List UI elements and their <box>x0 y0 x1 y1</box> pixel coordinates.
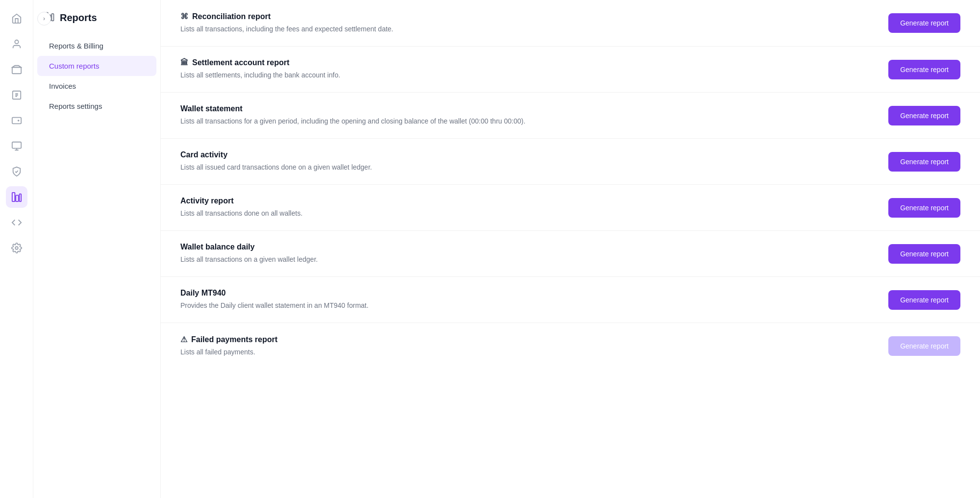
nav-badge-icon[interactable] <box>6 84 27 106</box>
svg-rect-4 <box>12 142 21 149</box>
report-desc-card-activity: Lists all issued card transactions done … <box>180 162 869 173</box>
report-title-wallet-balance: Wallet balance daily <box>180 243 869 251</box>
report-info-wallet-statement: Wallet statement Lists all transactions … <box>180 104 869 126</box>
report-info-card-activity: Card activity Lists all issued card tran… <box>180 150 869 173</box>
table-row: Wallet balance daily Lists all transacti… <box>161 231 980 277</box>
report-desc-failed-payments: Lists all failed payments. <box>180 347 869 357</box>
report-desc-wallet-statement: Lists all transactions for a given perio… <box>180 116 869 126</box>
generate-wallet-balance-button[interactable]: Generate report <box>888 244 960 264</box>
sidebar-item-custom-reports[interactable]: Custom reports <box>37 56 156 76</box>
svg-rect-11 <box>51 14 53 21</box>
report-title-card-activity: Card activity <box>180 150 869 159</box>
report-info-activity: Activity report Lists all transactions d… <box>180 197 869 219</box>
nav-code-icon[interactable] <box>6 212 27 233</box>
sidebar-item-reports-billing[interactable]: Reports & Billing <box>37 36 156 56</box>
generate-card-activity-button[interactable]: Generate report <box>888 152 960 172</box>
generate-settlement-button[interactable]: Generate report <box>888 60 960 79</box>
table-row: Card activity Lists all issued card tran… <box>161 139 980 185</box>
generate-mt940-button[interactable]: Generate report <box>888 290 960 310</box>
report-desc-reconciliation: Lists all transactions, including the fe… <box>180 24 869 34</box>
report-desc-wallet-balance: Lists all transactions on a given wallet… <box>180 254 869 265</box>
report-info-settlement: 🏛 Settlement account report Lists all se… <box>180 58 869 80</box>
generate-reconciliation-button[interactable]: Generate report <box>888 13 960 33</box>
nav-settings-icon[interactable] <box>6 237 27 259</box>
report-title-settlement: 🏛 Settlement account report <box>180 58 869 67</box>
nav-cards-icon[interactable] <box>6 59 27 80</box>
report-desc-settlement: Lists all settlements, including the ban… <box>180 70 869 80</box>
report-desc-mt940: Provides the Daily client wallet stateme… <box>180 300 869 311</box>
main-content: ⌘ Reconciliation report Lists all transa… <box>161 0 980 498</box>
report-title-wallet-statement: Wallet statement <box>180 104 869 113</box>
svg-rect-5 <box>12 193 15 201</box>
generate-failed-payments-button[interactable]: Generate report <box>888 336 960 356</box>
sidebar-nav: Reports & Billing Custom reports Invoice… <box>33 36 160 116</box>
table-row: 🏛 Settlement account report Lists all se… <box>161 47 980 93</box>
report-title-activity: Activity report <box>180 197 869 205</box>
report-info-reconciliation: ⌘ Reconciliation report Lists all transa… <box>180 12 869 34</box>
generate-activity-button[interactable]: Generate report <box>888 198 960 218</box>
settlement-icon: 🏛 <box>180 58 188 67</box>
svg-rect-7 <box>19 194 21 202</box>
nav-users-icon[interactable] <box>6 33 27 55</box>
nav-shield-icon[interactable] <box>6 161 27 182</box>
nav-terminal-icon[interactable] <box>6 135 27 157</box>
sidebar-item-invoices[interactable]: Invoices <box>37 76 156 96</box>
sidebar: Reports Reports & Billing Custom reports… <box>33 0 161 498</box>
sidebar-title-text: Reports <box>60 12 97 24</box>
svg-rect-1 <box>12 67 21 74</box>
table-row: ⌘ Reconciliation report Lists all transa… <box>161 0 980 47</box>
warning-icon: ⚠ <box>180 335 187 344</box>
report-list: ⌘ Reconciliation report Lists all transa… <box>161 0 980 369</box>
nav-reports-icon[interactable] <box>6 186 27 208</box>
nav-wallet-icon[interactable] <box>6 110 27 131</box>
sidebar-item-reports-settings[interactable]: Reports settings <box>37 96 156 116</box>
nav-home-icon[interactable] <box>6 8 27 29</box>
svg-rect-3 <box>12 118 21 124</box>
svg-point-8 <box>15 247 18 249</box>
report-info-wallet-balance: Wallet balance daily Lists all transacti… <box>180 243 869 265</box>
report-desc-activity: Lists all transactions done on all walle… <box>180 208 869 219</box>
report-title-reconciliation: ⌘ Reconciliation report <box>180 12 869 21</box>
table-row: Wallet statement Lists all transactions … <box>161 93 980 139</box>
icon-nav <box>0 0 33 498</box>
report-info-mt940: Daily MT940 Provides the Daily client wa… <box>180 289 869 311</box>
table-row: Activity report Lists all transactions d… <box>161 185 980 231</box>
sidebar-title: Reports <box>33 12 160 24</box>
generate-wallet-statement-button[interactable]: Generate report <box>888 106 960 125</box>
table-row: Daily MT940 Provides the Daily client wa… <box>161 277 980 323</box>
table-row: ⚠ Failed payments report Lists all faile… <box>161 323 980 369</box>
report-title-mt940: Daily MT940 <box>180 289 869 298</box>
report-title-failed-payments: ⚠ Failed payments report <box>180 335 869 344</box>
reconciliation-icon: ⌘ <box>180 12 188 21</box>
report-info-failed-payments: ⚠ Failed payments report Lists all faile… <box>180 335 869 357</box>
svg-rect-6 <box>16 195 19 201</box>
svg-point-0 <box>15 40 18 44</box>
collapse-sidebar-button[interactable]: › <box>37 12 51 25</box>
